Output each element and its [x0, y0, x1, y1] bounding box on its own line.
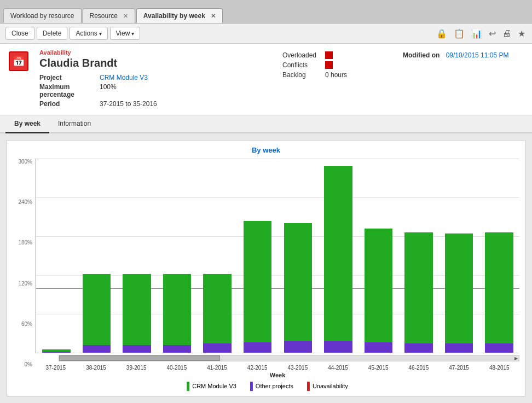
bar-group	[157, 159, 198, 353]
bars-area	[36, 159, 519, 353]
chart-area: 300% 240% 180% 120% 60% 0%	[13, 159, 519, 378]
chart-title: By week	[13, 146, 519, 154]
project-value[interactable]: CRM Module V3	[100, 74, 148, 81]
scrollbar-thumb[interactable]	[59, 355, 220, 361]
lock-icon[interactable]: 🔒	[435, 27, 448, 40]
bar-group	[238, 159, 278, 353]
grid-line-0	[36, 353, 519, 353]
backlog-row: Backlog 0 hours	[282, 71, 392, 79]
tab-resource[interactable]: Resource ✕	[83, 8, 135, 23]
bar-segment-purple	[365, 342, 393, 353]
record-title-row: Availability Claudia Brandt	[39, 49, 271, 69]
tab-information[interactable]: Information	[49, 115, 100, 133]
print-icon[interactable]: 🖨	[501, 27, 512, 39]
bar-group	[197, 159, 238, 353]
bar-group	[398, 159, 439, 353]
scrollbar-right[interactable]: ▶	[514, 356, 518, 361]
tab-availability[interactable]: Availability by week ✕	[136, 8, 223, 23]
x-label: 37-2015	[36, 363, 76, 371]
x-labels: 37-201538-201539-201540-201541-201542-20…	[36, 363, 519, 371]
delete-button[interactable]: Delete	[37, 27, 68, 40]
y-label-60: 60%	[21, 321, 32, 327]
overloaded-row: Overloaded	[282, 51, 392, 59]
bar-segment-green	[404, 232, 433, 344]
bar-segment-green	[324, 166, 352, 341]
legend-other-label: Other projects	[256, 383, 293, 389]
y-label-240: 240%	[18, 199, 32, 205]
status-section: Overloaded Conflicts Backlog 0 hours	[282, 49, 392, 109]
bar-segment-purple	[123, 345, 151, 353]
bar-segment-green	[244, 221, 272, 342]
bar-segment-green	[163, 274, 192, 345]
x-label: 41-2015	[197, 363, 238, 371]
bar-group	[36, 159, 77, 353]
main-area: Close Delete Actions View 🔒 📋 📊 ↩ 🖨 ★ 📅 …	[0, 23, 532, 403]
actions-button[interactable]: Actions	[70, 27, 107, 40]
overloaded-label: Overloaded	[282, 51, 321, 59]
bar-group	[77, 159, 117, 353]
view-button[interactable]: View	[110, 27, 141, 40]
x-label: 40-2015	[157, 363, 197, 371]
scrollbar-area[interactable]: ◀ ▶	[59, 355, 519, 361]
tab-information-label: Information	[58, 120, 91, 127]
chart-container: By week 300% 240% 180% 120% 60% 0%	[0, 133, 532, 403]
x-axis-title: Week	[36, 372, 519, 378]
bar-group	[479, 159, 519, 353]
calendar-icon: 📅	[9, 51, 28, 71]
y-axis: 300% 240% 180% 120% 60% 0%	[13, 159, 36, 378]
tab-availability-label: Availability by week	[143, 12, 205, 20]
bar-group	[439, 159, 479, 353]
bar-segment-green	[83, 274, 111, 345]
tab-availability-close[interactable]: ✕	[211, 13, 216, 20]
bar-segment-purple	[203, 343, 232, 353]
bar-group	[358, 159, 399, 353]
person-name: Claudia Brandt	[39, 57, 271, 69]
modified-section: Modified on 09/10/2015 11:05 PM	[403, 49, 523, 109]
tab-resource-label: Resource	[90, 12, 118, 20]
tab-by-week[interactable]: By week	[5, 115, 49, 133]
x-label: 47-2015	[439, 363, 479, 371]
bar-segment-green	[284, 223, 313, 341]
tab-by-week-label: By week	[14, 120, 41, 127]
close-button[interactable]: Close	[5, 27, 34, 40]
legend-crm: ▐ CRM Module V3	[184, 382, 236, 390]
content-tabs-row: By week Information	[0, 115, 532, 133]
legend-unavailability-label: Unavailability	[313, 383, 348, 389]
undo-icon[interactable]: ↩	[488, 27, 497, 40]
bar-segment-purple	[163, 345, 192, 353]
period-field-row: Period 37-2015 to 35-2016	[39, 100, 271, 108]
x-label: 46-2015	[398, 363, 439, 371]
x-label: 38-2015	[76, 363, 117, 371]
bar-segment-green	[123, 274, 151, 345]
bar-group	[277, 159, 318, 353]
copy-icon[interactable]: 📋	[453, 27, 466, 40]
toolbar: Close Delete Actions View 🔒 📋 📊 ↩ 🖨 ★	[0, 24, 532, 44]
tab-workload[interactable]: Workload by resource	[3, 8, 82, 23]
y-label-300: 300%	[18, 159, 32, 165]
conflicts-indicator	[325, 61, 333, 69]
chart-icon[interactable]: 📊	[470, 27, 483, 40]
y-label-0: 0%	[25, 361, 32, 367]
legend-other-icon: ▐	[247, 382, 253, 390]
tab-resource-close[interactable]: ✕	[123, 13, 128, 20]
project-label: Project	[39, 74, 100, 81]
modified-label: Modified on	[403, 51, 440, 59]
chart-legend: ▐ CRM Module V3 ▐ Other projects ▐ Unava…	[13, 382, 519, 390]
tab-workload-label: Workload by resource	[10, 12, 74, 20]
chart-body: ◀ ▶ 37-201538-201539-201540-201541-20154…	[36, 159, 519, 378]
x-label: 44-2015	[318, 363, 358, 371]
max-pct-label: Maximum percentage	[39, 83, 100, 98]
x-label: 48-2015	[479, 363, 519, 371]
x-label: 43-2015	[277, 363, 318, 371]
legend-crm-icon: ▐	[184, 382, 189, 390]
period-value: 37-2015 to 35-2016	[100, 100, 157, 108]
overloaded-indicator	[325, 51, 333, 59]
backlog-value: 0 hours	[325, 71, 347, 79]
legend-crm-label: CRM Module V3	[192, 383, 236, 389]
period-label: Period	[39, 100, 100, 108]
availability-label: Availability	[39, 49, 271, 56]
bar-segment-green	[445, 233, 473, 343]
info-section: 📅 Availability Claudia Brandt Project CR…	[0, 44, 532, 115]
bar-segment-purple	[284, 341, 313, 353]
star-icon[interactable]: ★	[517, 27, 527, 40]
